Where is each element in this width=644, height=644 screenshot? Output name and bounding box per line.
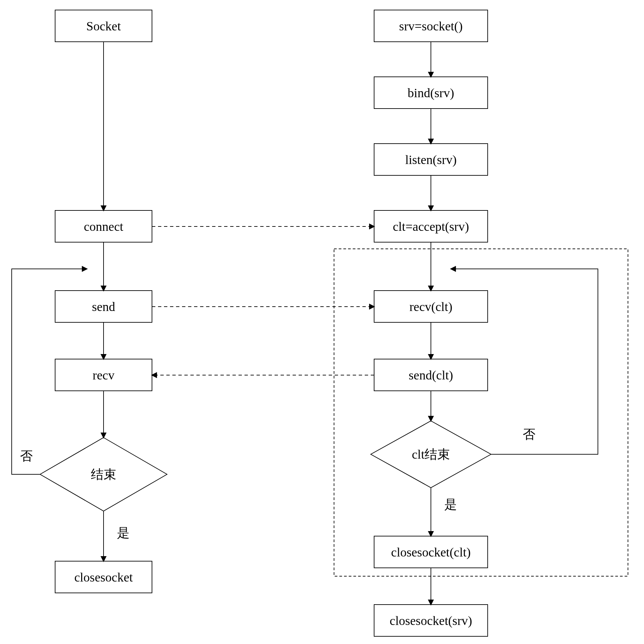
label-socket: Socket [86,19,121,33]
label-srv-no: 否 [523,427,535,441]
label-closesocket: closesocket [74,570,133,584]
label-recv-clt: recv(clt) [410,300,453,314]
label-listen: listen(srv) [405,153,457,167]
label-end: 结束 [91,467,116,481]
label-connect: connect [84,219,124,233]
label-client-yes: 是 [117,526,130,540]
label-close-srv: closesocket(srv) [390,614,472,628]
label-send-clt: send(clt) [409,368,453,382]
label-client-no: 否 [20,449,33,463]
flowchart: srv=socket() bind(srv) listen(srv) clt=a… [0,0,644,644]
label-clt-end: clt结束 [412,447,450,461]
label-accept: clt=accept(srv) [393,219,469,234]
label-srv-socket: srv=socket() [399,19,463,33]
label-send: send [92,300,115,314]
label-recv: recv [93,368,114,382]
label-bind: bind(srv) [408,86,454,100]
label-srv-yes: 是 [444,497,457,511]
label-close-clt: closesocket(clt) [391,545,471,559]
